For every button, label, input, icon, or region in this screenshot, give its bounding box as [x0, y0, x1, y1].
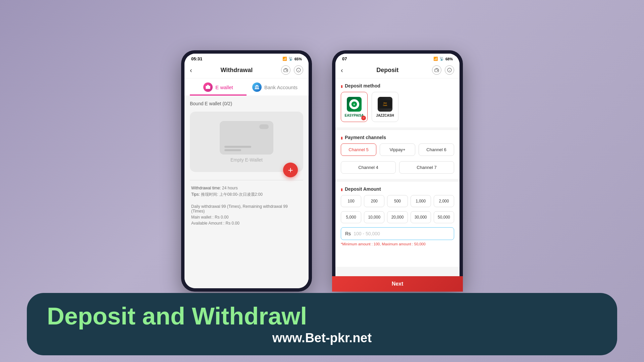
card-line-2	[224, 149, 241, 151]
svg-point-6	[209, 87, 210, 88]
jazzcash-logo: Jazz Cash	[378, 97, 392, 112]
amount-input-placeholder: 100 - 50,000	[354, 231, 380, 236]
deposit-amount-title: Deposit Amount	[335, 182, 460, 195]
svg-rect-9	[258, 86, 259, 88]
easypaisa-logo: e	[347, 97, 362, 112]
phone-withdrawal: 05:31 📶 📡 65% ‹ Withdrawal	[181, 50, 312, 292]
vippay-btn[interactable]: Vippay+	[380, 143, 415, 156]
channel-5-btn[interactable]: Channel 5	[341, 143, 376, 156]
easypaisa-icon: e	[349, 99, 359, 109]
status-bar-left: 05:31 📶 📡 65%	[184, 54, 309, 63]
svg-rect-7	[255, 86, 256, 88]
withdrawal-body: Bound E wallet (0/2) Empty E	[184, 96, 309, 232]
svg-rect-5	[206, 86, 210, 89]
phones-container: 05:31 📶 📡 65% ‹ Withdrawal	[181, 50, 463, 292]
channels-row-1: Channel 5 Vippay+ Channel 6	[335, 143, 460, 161]
wallet-icon-right[interactable]	[432, 65, 441, 75]
next-button[interactable]: Next	[335, 276, 460, 288]
jazzcash-label: JAZZCASH	[376, 114, 394, 117]
channel-7-btn[interactable]: Channel 7	[399, 161, 454, 174]
time-right: 07	[342, 56, 347, 61]
separator-1	[335, 127, 460, 130]
battery-left: 65%	[294, 57, 302, 61]
amounts-row-2: 5,000 10,000 20,000 30,000 50,000	[335, 211, 460, 227]
payment-channels-title: Payment channels	[335, 130, 460, 143]
withdrawal-screen-content: Bound E wallet (0/2) Empty E	[184, 96, 309, 288]
phone-deposit-screen: 07 📶 📡 68% ‹ Deposit	[335, 54, 460, 288]
banner-title: Deposit and Withdrawl	[47, 303, 307, 329]
svg-point-1	[286, 70, 287, 71]
deposit-body: Deposit method e EA	[335, 78, 460, 267]
tab-bar-withdrawal: E wallet Bank Accounts	[184, 78, 309, 96]
empty-wallet-card: Empty E-Wallet +	[190, 112, 303, 172]
header-icons-right	[432, 65, 454, 75]
card-mockup	[220, 121, 273, 155]
svg-text:Cash: Cash	[383, 104, 387, 106]
withdrawal-time-label: Withdrawal time:	[191, 186, 221, 190]
wallet-icon-left[interactable]	[281, 65, 290, 75]
amount-30000[interactable]: 30,000	[411, 211, 431, 223]
amount-10000[interactable]: 10,000	[364, 211, 384, 223]
deposit-title: Deposit	[376, 67, 398, 74]
time-left: 05:31	[191, 56, 202, 61]
amount-50000[interactable]: 50,000	[434, 211, 454, 223]
ewallet-tab-icon	[203, 82, 213, 92]
easypaisa-method[interactable]: e EASYPAISA	[341, 92, 368, 122]
tab-bank[interactable]: Bank Accounts	[247, 78, 303, 96]
amounts-row-1: 100 200 500 1,000 2,000	[335, 195, 460, 211]
status-bar-right: 07 📶 📡 68%	[335, 54, 460, 63]
back-button-right[interactable]: ‹	[341, 66, 343, 74]
amount-5000[interactable]: 5,000	[341, 211, 361, 223]
channel-6-btn[interactable]: Channel 6	[419, 143, 454, 156]
divider-withdrawal	[190, 180, 303, 180]
jazzcash-method[interactable]: Jazz Cash JAZZCASH	[372, 92, 398, 122]
amount-100[interactable]: 100	[341, 195, 361, 207]
deposit-method-title: Deposit method	[335, 78, 460, 92]
min-max-text: *Minimum amount : 100, Maximum amount : …	[335, 240, 460, 250]
payment-methods-row: e EASYPAISA Jazz Cash	[335, 92, 460, 127]
signal-icon-right: 📡	[439, 57, 444, 61]
status-icons-right: 📶 📡 68%	[433, 57, 453, 61]
bank-tab-label: Bank Accounts	[264, 84, 298, 90]
back-button-left[interactable]: ‹	[190, 66, 192, 74]
phone-withdrawal-screen: 05:31 📶 📡 65% ‹ Withdrawal	[184, 54, 309, 288]
svg-text:Jazz: Jazz	[383, 102, 387, 104]
signal-icon-left: 📡	[288, 57, 293, 61]
separator-2	[335, 179, 460, 182]
main-wallet-row: Main wallet : Rs 0.00	[191, 215, 302, 220]
amount-500[interactable]: 500	[387, 195, 408, 207]
daily-withdrawal-row: Daily withdrawal 99 (Times), Remaining w…	[191, 204, 302, 214]
info-icon-right[interactable]	[445, 65, 454, 75]
svg-rect-10	[255, 88, 259, 89]
withdrawal-time-value: 24 hours	[222, 186, 238, 190]
status-icons-left: 📶 📡 65%	[282, 57, 302, 61]
amount-1000[interactable]: 1,000	[411, 195, 431, 207]
card-mockup-top	[224, 124, 269, 129]
banner-url: www.Bet-pkr.net	[47, 331, 597, 345]
easypaisa-label: EASYPAISA	[344, 114, 364, 117]
channel-4-btn[interactable]: Channel 4	[341, 161, 396, 174]
ewallet-tab-label: E wallet	[215, 84, 233, 90]
add-wallet-button[interactable]: +	[283, 163, 298, 177]
tips-value: 推现时间: 上午08:00-次日凌晨2:00	[201, 192, 263, 197]
amount-2000[interactable]: 2,000	[434, 195, 454, 207]
empty-wallet-text: Empty E-Wallet	[230, 157, 263, 163]
header-withdrawal: ‹ Withdrawal	[184, 63, 309, 78]
card-lines	[224, 146, 269, 151]
withdrawal-info: Withdrawal time: 24 hours Tips: 推现时间: 上午…	[190, 186, 303, 226]
withdrawal-title: Withdrawal	[220, 67, 253, 74]
info-icon-left[interactable]	[294, 65, 303, 75]
amount-input-row[interactable]: Rs 100 - 50,000	[341, 227, 454, 240]
card-toggle	[259, 124, 269, 129]
bank-tab-icon	[252, 82, 262, 92]
rs-currency-label: Rs	[345, 231, 351, 236]
phone-deposit: 07 📶 📡 68% ‹ Deposit	[332, 50, 463, 292]
tab-ewallet[interactable]: E wallet	[190, 78, 247, 96]
available-amount-row: Available Amount : Rs 0.00	[191, 221, 302, 226]
svg-point-12	[437, 70, 438, 71]
amount-20000[interactable]: 20,000	[387, 211, 408, 223]
amount-200[interactable]: 200	[364, 195, 384, 207]
svg-rect-8	[257, 86, 257, 88]
deposit-screen-content: Deposit method e EA	[335, 78, 460, 288]
header-icons-left	[281, 65, 303, 75]
